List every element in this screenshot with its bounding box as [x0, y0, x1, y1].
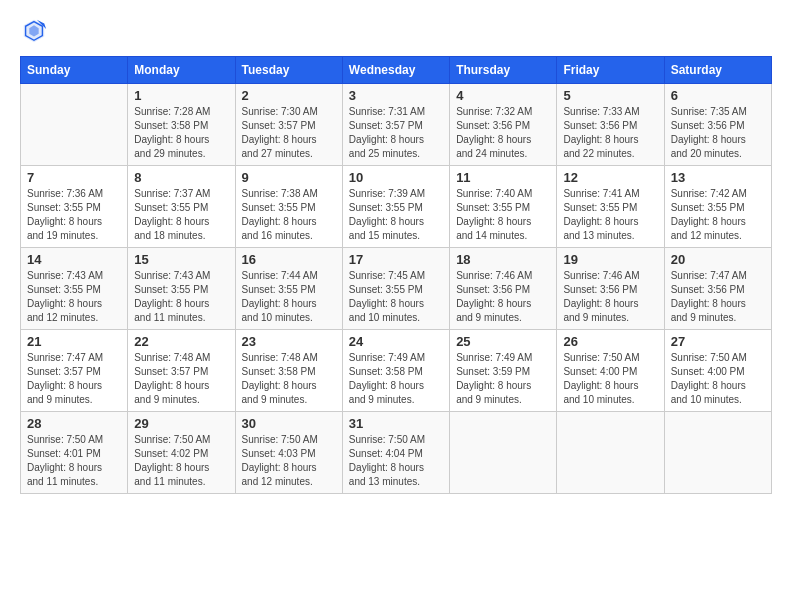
calendar-cell: 12Sunrise: 7:41 AMSunset: 3:55 PMDayligh… [557, 166, 664, 248]
day-info: Sunrise: 7:48 AMSunset: 3:57 PMDaylight:… [134, 351, 228, 407]
calendar-week-1: 1Sunrise: 7:28 AMSunset: 3:58 PMDaylight… [21, 84, 772, 166]
calendar-cell: 30Sunrise: 7:50 AMSunset: 4:03 PMDayligh… [235, 412, 342, 494]
day-info: Sunrise: 7:46 AMSunset: 3:56 PMDaylight:… [456, 269, 550, 325]
calendar-cell: 1Sunrise: 7:28 AMSunset: 3:58 PMDaylight… [128, 84, 235, 166]
day-info: Sunrise: 7:46 AMSunset: 3:56 PMDaylight:… [563, 269, 657, 325]
calendar-header-row: SundayMondayTuesdayWednesdayThursdayFrid… [21, 57, 772, 84]
logo [20, 16, 52, 44]
day-info: Sunrise: 7:45 AMSunset: 3:55 PMDaylight:… [349, 269, 443, 325]
calendar-week-2: 7Sunrise: 7:36 AMSunset: 3:55 PMDaylight… [21, 166, 772, 248]
day-number: 12 [563, 170, 657, 185]
calendar-cell [450, 412, 557, 494]
calendar-week-3: 14Sunrise: 7:43 AMSunset: 3:55 PMDayligh… [21, 248, 772, 330]
day-info: Sunrise: 7:44 AMSunset: 3:55 PMDaylight:… [242, 269, 336, 325]
calendar-cell: 11Sunrise: 7:40 AMSunset: 3:55 PMDayligh… [450, 166, 557, 248]
day-info: Sunrise: 7:50 AMSunset: 4:02 PMDaylight:… [134, 433, 228, 489]
calendar-cell: 27Sunrise: 7:50 AMSunset: 4:00 PMDayligh… [664, 330, 771, 412]
calendar-cell: 26Sunrise: 7:50 AMSunset: 4:00 PMDayligh… [557, 330, 664, 412]
day-number: 1 [134, 88, 228, 103]
calendar-cell: 20Sunrise: 7:47 AMSunset: 3:56 PMDayligh… [664, 248, 771, 330]
calendar-cell: 5Sunrise: 7:33 AMSunset: 3:56 PMDaylight… [557, 84, 664, 166]
calendar-cell: 18Sunrise: 7:46 AMSunset: 3:56 PMDayligh… [450, 248, 557, 330]
day-info: Sunrise: 7:40 AMSunset: 3:55 PMDaylight:… [456, 187, 550, 243]
calendar-cell: 23Sunrise: 7:48 AMSunset: 3:58 PMDayligh… [235, 330, 342, 412]
day-info: Sunrise: 7:49 AMSunset: 3:59 PMDaylight:… [456, 351, 550, 407]
calendar-cell: 19Sunrise: 7:46 AMSunset: 3:56 PMDayligh… [557, 248, 664, 330]
calendar-cell: 4Sunrise: 7:32 AMSunset: 3:56 PMDaylight… [450, 84, 557, 166]
day-number: 21 [27, 334, 121, 349]
day-info: Sunrise: 7:37 AMSunset: 3:55 PMDaylight:… [134, 187, 228, 243]
day-number: 8 [134, 170, 228, 185]
day-number: 26 [563, 334, 657, 349]
day-number: 29 [134, 416, 228, 431]
calendar-cell: 13Sunrise: 7:42 AMSunset: 3:55 PMDayligh… [664, 166, 771, 248]
header-wednesday: Wednesday [342, 57, 449, 84]
calendar-cell: 28Sunrise: 7:50 AMSunset: 4:01 PMDayligh… [21, 412, 128, 494]
calendar-cell: 8Sunrise: 7:37 AMSunset: 3:55 PMDaylight… [128, 166, 235, 248]
day-info: Sunrise: 7:49 AMSunset: 3:58 PMDaylight:… [349, 351, 443, 407]
calendar-cell [21, 84, 128, 166]
day-number: 2 [242, 88, 336, 103]
day-number: 30 [242, 416, 336, 431]
day-number: 28 [27, 416, 121, 431]
header-thursday: Thursday [450, 57, 557, 84]
day-info: Sunrise: 7:35 AMSunset: 3:56 PMDaylight:… [671, 105, 765, 161]
day-number: 7 [27, 170, 121, 185]
day-info: Sunrise: 7:41 AMSunset: 3:55 PMDaylight:… [563, 187, 657, 243]
header-saturday: Saturday [664, 57, 771, 84]
calendar-cell: 21Sunrise: 7:47 AMSunset: 3:57 PMDayligh… [21, 330, 128, 412]
day-info: Sunrise: 7:48 AMSunset: 3:58 PMDaylight:… [242, 351, 336, 407]
header-tuesday: Tuesday [235, 57, 342, 84]
calendar-cell: 15Sunrise: 7:43 AMSunset: 3:55 PMDayligh… [128, 248, 235, 330]
calendar-cell: 31Sunrise: 7:50 AMSunset: 4:04 PMDayligh… [342, 412, 449, 494]
calendar-cell: 29Sunrise: 7:50 AMSunset: 4:02 PMDayligh… [128, 412, 235, 494]
header-monday: Monday [128, 57, 235, 84]
day-number: 20 [671, 252, 765, 267]
calendar-week-5: 28Sunrise: 7:50 AMSunset: 4:01 PMDayligh… [21, 412, 772, 494]
calendar-cell: 6Sunrise: 7:35 AMSunset: 3:56 PMDaylight… [664, 84, 771, 166]
day-number: 25 [456, 334, 550, 349]
calendar-cell: 22Sunrise: 7:48 AMSunset: 3:57 PMDayligh… [128, 330, 235, 412]
day-info: Sunrise: 7:47 AMSunset: 3:56 PMDaylight:… [671, 269, 765, 325]
day-info: Sunrise: 7:47 AMSunset: 3:57 PMDaylight:… [27, 351, 121, 407]
header-sunday: Sunday [21, 57, 128, 84]
day-info: Sunrise: 7:42 AMSunset: 3:55 PMDaylight:… [671, 187, 765, 243]
calendar-cell [664, 412, 771, 494]
calendar-cell: 16Sunrise: 7:44 AMSunset: 3:55 PMDayligh… [235, 248, 342, 330]
calendar-cell: 2Sunrise: 7:30 AMSunset: 3:57 PMDaylight… [235, 84, 342, 166]
calendar-cell: 9Sunrise: 7:38 AMSunset: 3:55 PMDaylight… [235, 166, 342, 248]
day-number: 11 [456, 170, 550, 185]
calendar-cell: 24Sunrise: 7:49 AMSunset: 3:58 PMDayligh… [342, 330, 449, 412]
calendar-cell: 17Sunrise: 7:45 AMSunset: 3:55 PMDayligh… [342, 248, 449, 330]
day-number: 27 [671, 334, 765, 349]
day-info: Sunrise: 7:33 AMSunset: 3:56 PMDaylight:… [563, 105, 657, 161]
day-number: 22 [134, 334, 228, 349]
day-number: 17 [349, 252, 443, 267]
day-info: Sunrise: 7:31 AMSunset: 3:57 PMDaylight:… [349, 105, 443, 161]
day-number: 6 [671, 88, 765, 103]
day-info: Sunrise: 7:32 AMSunset: 3:56 PMDaylight:… [456, 105, 550, 161]
day-info: Sunrise: 7:39 AMSunset: 3:55 PMDaylight:… [349, 187, 443, 243]
day-info: Sunrise: 7:36 AMSunset: 3:55 PMDaylight:… [27, 187, 121, 243]
calendar-cell: 3Sunrise: 7:31 AMSunset: 3:57 PMDaylight… [342, 84, 449, 166]
calendar-cell: 25Sunrise: 7:49 AMSunset: 3:59 PMDayligh… [450, 330, 557, 412]
calendar-table: SundayMondayTuesdayWednesdayThursdayFrid… [20, 56, 772, 494]
day-number: 13 [671, 170, 765, 185]
day-number: 16 [242, 252, 336, 267]
day-number: 10 [349, 170, 443, 185]
header-friday: Friday [557, 57, 664, 84]
calendar-week-4: 21Sunrise: 7:47 AMSunset: 3:57 PMDayligh… [21, 330, 772, 412]
day-info: Sunrise: 7:50 AMSunset: 4:00 PMDaylight:… [671, 351, 765, 407]
day-number: 14 [27, 252, 121, 267]
day-info: Sunrise: 7:50 AMSunset: 4:01 PMDaylight:… [27, 433, 121, 489]
day-number: 3 [349, 88, 443, 103]
day-info: Sunrise: 7:28 AMSunset: 3:58 PMDaylight:… [134, 105, 228, 161]
day-info: Sunrise: 7:30 AMSunset: 3:57 PMDaylight:… [242, 105, 336, 161]
logo-icon [20, 16, 48, 44]
day-info: Sunrise: 7:43 AMSunset: 3:55 PMDaylight:… [27, 269, 121, 325]
day-info: Sunrise: 7:50 AMSunset: 4:04 PMDaylight:… [349, 433, 443, 489]
day-number: 4 [456, 88, 550, 103]
day-info: Sunrise: 7:50 AMSunset: 4:03 PMDaylight:… [242, 433, 336, 489]
day-number: 5 [563, 88, 657, 103]
day-number: 9 [242, 170, 336, 185]
